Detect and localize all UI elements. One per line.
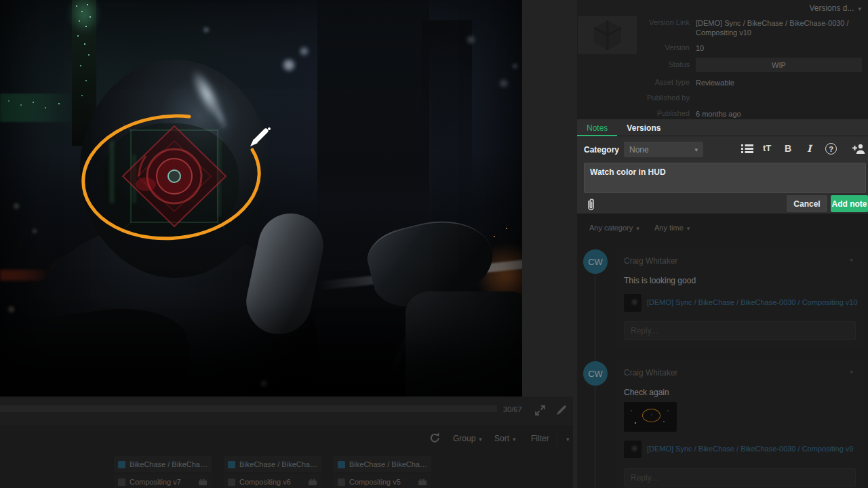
bullet-list-icon[interactable]	[741, 144, 753, 157]
field-label: Version	[577, 43, 696, 53]
reply-field[interactable]	[624, 321, 856, 340]
reply-input[interactable]	[625, 322, 855, 340]
panel-tabs: Notes Versions	[577, 119, 868, 136]
field-label: Version Link	[577, 18, 696, 37]
published-date-value: 6 months ago	[696, 109, 859, 119]
annotation-attachment-image[interactable]	[624, 402, 677, 432]
card-parent-row[interactable]: BikeChase / BikeChas...	[334, 456, 431, 472]
filter-expand[interactable]: ▾	[563, 434, 570, 443]
bold-icon[interactable]: B	[785, 143, 791, 154]
pencil-cursor	[248, 126, 271, 149]
text-size-icon[interactable]: tT	[763, 143, 771, 153]
reply-field[interactable]	[624, 468, 856, 487]
linked-version-thumbnail[interactable]	[624, 294, 642, 312]
version-icon	[118, 479, 125, 486]
note-editor[interactable]: Watch color in HUD	[584, 163, 866, 193]
version-number-value: 10	[696, 43, 859, 53]
refresh-icon[interactable]	[429, 432, 440, 445]
chevron-down-icon: ▾	[687, 225, 690, 232]
version-link-value[interactable]: [DEMO] Sync / BikeChase / BikeChase-0030…	[696, 18, 859, 37]
cancel-button[interactable]: Cancel	[787, 195, 827, 212]
details-panel: Versions d...▾ Version Link [DEMO] Sync …	[577, 0, 868, 488]
field-label: Published by	[577, 94, 696, 102]
version-icon	[338, 479, 345, 486]
card-parent-row[interactable]: BikeChase / BikeChas...	[114, 456, 212, 472]
shot-icon	[118, 461, 125, 468]
field-label: Published	[577, 109, 696, 119]
filter-time-dropdown[interactable]: Any time▾	[654, 224, 690, 232]
field-label: Status	[577, 60, 696, 72]
shot-icon	[228, 461, 235, 468]
version-card[interactable]: BikeChase / BikeChas... Compositing v7	[114, 456, 212, 488]
comment-card: Craig Whitaker ▾ Check again [DEMO] Sync…	[617, 361, 863, 488]
film-icon	[308, 478, 317, 486]
asset-type-value: Reviewable	[696, 78, 859, 87]
linked-version-thumbnail[interactable]	[624, 441, 642, 458]
sort-menu[interactable]: Sort▾	[494, 434, 516, 443]
card-version-row[interactable]: Compositing v7	[114, 474, 212, 488]
linked-version-link[interactable]: [DEMO] Sync / BikeChase / BikeChase-0030…	[647, 298, 858, 306]
version-browser: Group▾ Sort▾ Filter ▾ BikeChase / BikeCh…	[0, 425, 573, 488]
card-parent-row[interactable]: BikeChase / BikeChas...	[224, 456, 321, 472]
version-info-section: Versions d...▾ Version Link [DEMO] Sync …	[577, 0, 868, 119]
attachment-paperclip-icon[interactable]	[587, 198, 595, 214]
panel-mode-dropdown[interactable]: Versions d...▾	[809, 3, 861, 13]
comment-body: Check again	[624, 388, 669, 397]
chevron-down-icon[interactable]: ▾	[850, 256, 853, 264]
group-menu[interactable]: Group▾	[453, 434, 482, 443]
film-icon	[198, 478, 208, 486]
version-card[interactable]: BikeChase / BikeChas... Compositing v6	[224, 456, 321, 488]
draw-annotation-icon[interactable]	[555, 404, 568, 416]
fullscreen-icon[interactable]	[534, 404, 546, 416]
published-by-value	[696, 94, 859, 102]
comment-author: Craig Whitaker	[624, 256, 677, 266]
tab-versions[interactable]: Versions	[617, 119, 670, 136]
card-version-row[interactable]: Compositing v6	[224, 474, 321, 488]
notes-feed: Any category▾ Any time▾ CW Craig Whitake…	[577, 214, 868, 488]
invite-user-icon[interactable]	[852, 144, 865, 157]
comment-author: Craig Whitaker	[624, 368, 677, 378]
comment-body: This is looking good	[624, 276, 696, 285]
comment-card: Craig Whitaker ▾ This is looking good [D…	[617, 249, 863, 349]
add-note-button[interactable]: Add note	[831, 195, 868, 212]
video-viewport[interactable]	[0, 0, 522, 396]
chevron-down-icon: ▾	[636, 225, 639, 232]
category-label: Category	[584, 145, 619, 155]
chevron-down-icon: ▾	[479, 436, 482, 443]
avatar: CW	[583, 361, 608, 386]
player-controls: 30/67	[0, 396, 573, 425]
italic-icon[interactable]: I	[807, 143, 812, 154]
tab-notes[interactable]: Notes	[577, 119, 617, 136]
avatar: CW	[583, 249, 608, 274]
version-card[interactable]: BikeChase / BikeChas... Compositing v5	[334, 456, 431, 488]
frame-counter: 30/67	[503, 405, 522, 413]
note-composer: Category None ▾ tT B I ?	[577, 137, 868, 214]
status-badge[interactable]: WIP	[696, 58, 862, 72]
filter-category-dropdown[interactable]: Any category▾	[589, 224, 639, 232]
linked-version-link[interactable]: [DEMO] Sync / BikeChase / BikeChase-0030…	[647, 445, 853, 453]
shot-icon	[338, 461, 345, 468]
chevron-down-icon: ▾	[566, 436, 570, 443]
help-icon[interactable]: ?	[825, 143, 837, 155]
chevron-down-icon[interactable]: ▾	[850, 368, 853, 375]
filter-menu[interactable]: Filter	[531, 434, 549, 443]
review-app: 30/67 Group▾ Sort▾ Filter	[0, 0, 868, 488]
annotation-ellipse	[0, 0, 522, 396]
film-icon	[418, 478, 427, 486]
field-label: Asset type	[577, 78, 696, 87]
version-icon	[228, 479, 235, 486]
chevron-down-icon: ▾	[694, 146, 698, 153]
reply-input[interactable]	[625, 469, 855, 487]
timeline-scrubber[interactable]	[0, 405, 497, 412]
chevron-down-icon: ▾	[858, 5, 861, 12]
category-dropdown[interactable]: None ▾	[624, 142, 703, 157]
card-version-row[interactable]: Compositing v5	[334, 474, 431, 488]
chevron-down-icon: ▾	[513, 436, 516, 443]
